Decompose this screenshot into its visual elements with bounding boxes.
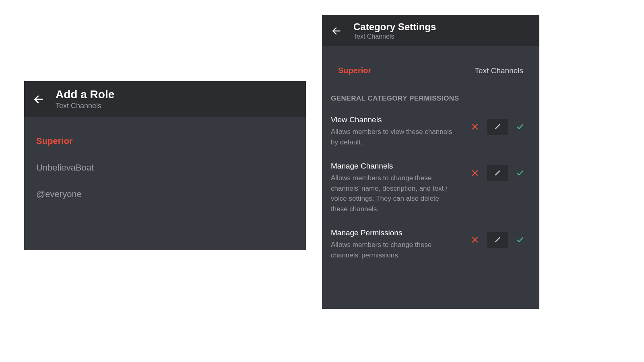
context-row: Superior Text Channels bbox=[322, 46, 539, 87]
add-role-subtitle: Text Channels bbox=[56, 102, 114, 110]
category-settings-subtitle: Text Channels bbox=[353, 33, 436, 40]
role-item-unbelievaboat[interactable]: UnbelievaBoat bbox=[36, 154, 294, 181]
permission-toggle bbox=[464, 165, 530, 181]
permission-text: Manage Channels Allows members to change… bbox=[331, 162, 456, 214]
permission-toggle bbox=[464, 119, 530, 135]
category-settings-titles: Category Settings Text Channels bbox=[353, 22, 436, 40]
category-settings-title: Category Settings bbox=[353, 22, 436, 32]
neutral-button[interactable] bbox=[487, 165, 508, 181]
svg-line-7 bbox=[495, 171, 500, 175]
role-list: Superior UnbelievaBoat @everyone bbox=[24, 117, 306, 219]
back-arrow-icon[interactable] bbox=[331, 25, 342, 37]
permission-title: View Channels bbox=[331, 115, 456, 124]
permission-manage-channels: Manage Channels Allows members to change… bbox=[322, 154, 539, 221]
add-role-header: Add a Role Text Channels bbox=[24, 81, 306, 117]
section-header: GENERAL CATEGORY PERMISSIONS bbox=[322, 87, 539, 108]
permission-desc: Allows members to change these channels'… bbox=[331, 173, 456, 214]
add-role-title: Add a Role bbox=[56, 88, 114, 101]
permission-text: Manage Permissions Allows members to cha… bbox=[331, 228, 456, 260]
permission-desc: Allows members to change these channels'… bbox=[331, 240, 456, 260]
allow-button[interactable] bbox=[510, 232, 530, 248]
add-role-panel: Add a Role Text Channels Superior Unbeli… bbox=[24, 81, 306, 250]
context-role[interactable]: Superior bbox=[338, 66, 371, 75]
allow-button[interactable] bbox=[510, 165, 530, 181]
back-arrow-icon[interactable] bbox=[33, 94, 44, 105]
deny-button[interactable] bbox=[464, 232, 485, 248]
neutral-button[interactable] bbox=[487, 232, 508, 248]
svg-line-10 bbox=[495, 238, 500, 242]
permission-text: View Channels Allows members to view the… bbox=[331, 115, 456, 147]
category-settings-panel: Category Settings Text Channels Superior… bbox=[322, 15, 539, 309]
add-role-titles: Add a Role Text Channels bbox=[56, 88, 114, 110]
allow-button[interactable] bbox=[510, 119, 530, 135]
permission-manage-permissions: Manage Permissions Allows members to cha… bbox=[322, 221, 539, 267]
context-channel[interactable]: Text Channels bbox=[475, 66, 523, 75]
permission-desc: Allows members to view these channels by… bbox=[331, 127, 456, 147]
deny-button[interactable] bbox=[464, 119, 485, 135]
permission-view-channels: View Channels Allows members to view the… bbox=[322, 108, 539, 154]
role-item-superior[interactable]: Superior bbox=[36, 128, 294, 154]
permission-title: Manage Permissions bbox=[331, 228, 456, 237]
permission-title: Manage Channels bbox=[331, 162, 456, 171]
role-item-everyone[interactable]: @everyone bbox=[36, 181, 294, 208]
svg-line-4 bbox=[495, 125, 500, 129]
category-settings-header: Category Settings Text Channels bbox=[322, 15, 539, 46]
deny-button[interactable] bbox=[464, 165, 485, 181]
neutral-button[interactable] bbox=[487, 119, 508, 135]
permission-toggle bbox=[464, 232, 530, 248]
